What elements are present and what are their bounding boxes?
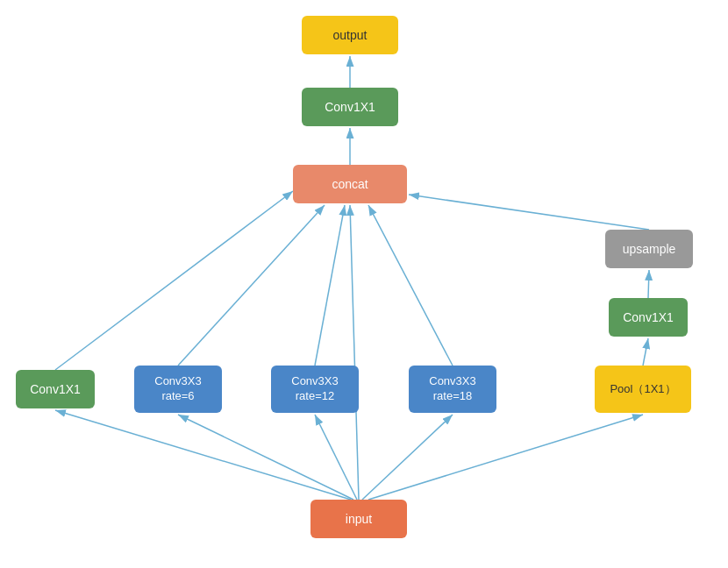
svg-line-15: [409, 195, 649, 230]
svg-line-6: [315, 415, 357, 500]
pool-node: Pool（1X1）: [595, 366, 691, 413]
svg-line-10: [178, 205, 325, 366]
output-label: output: [333, 28, 368, 42]
concat-node: concat: [293, 165, 407, 203]
conv1x1-left-node: Conv1X1: [16, 370, 95, 408]
input-node: input: [310, 500, 407, 538]
conv1x1-right-node: Conv1X1: [609, 298, 688, 337]
svg-line-11: [315, 205, 345, 366]
svg-line-5: [178, 415, 353, 500]
connections-svg: [0, 0, 728, 568]
svg-line-13: [643, 338, 648, 366]
conv3x3-r6-label: Conv3X3rate=6: [154, 374, 201, 404]
conv3x3-r12-label: Conv3X3rate=12: [291, 374, 338, 404]
conv3x3-r6-node: Conv3X3rate=6: [134, 366, 222, 413]
conv3x3-r18-node: Conv3X3rate=18: [409, 366, 496, 413]
svg-line-3: [350, 205, 359, 500]
conv1x1-top-node: Conv1X1: [302, 88, 398, 126]
conv1x1-right-label: Conv1X1: [623, 310, 674, 324]
svg-line-12: [368, 205, 453, 366]
output-node: output: [302, 16, 398, 54]
svg-line-4: [55, 410, 351, 500]
upsample-label: upsample: [623, 242, 676, 256]
svg-line-14: [648, 270, 649, 298]
conv3x3-r18-label: Conv3X3rate=18: [429, 374, 475, 404]
svg-line-8: [368, 415, 643, 500]
upsample-node: upsample: [605, 230, 693, 268]
diagram-container: output Conv1X1 concat Conv1X1 Conv3X3rat…: [0, 0, 728, 568]
conv1x1-top-label: Conv1X1: [325, 100, 375, 114]
concat-label: concat: [332, 177, 368, 191]
conv3x3-r12-node: Conv3X3rate=12: [271, 366, 359, 413]
svg-line-9: [55, 191, 293, 370]
input-label: input: [346, 512, 372, 526]
pool-label: Pool（1X1）: [610, 382, 675, 397]
conv1x1-left-label: Conv1X1: [30, 382, 81, 396]
svg-line-7: [362, 415, 453, 500]
